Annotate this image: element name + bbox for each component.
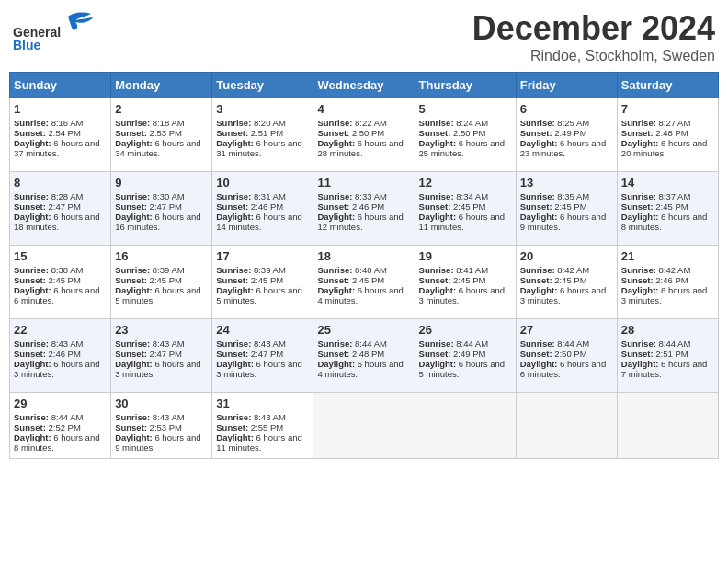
title-block: December 2024 Rindoe, Stockholm, Sweden	[472, 9, 715, 64]
weekday-header: Saturday	[617, 73, 718, 98]
calendar-week-row: 15Sunrise: 8:38 AMSunset: 2:45 PMDayligh…	[10, 246, 719, 319]
calendar-cell	[516, 393, 617, 459]
header-row: SundayMondayTuesdayWednesdayThursdayFrid…	[10, 73, 719, 98]
day-info-line: Daylight: 6 hours and 3 minutes.	[419, 285, 512, 305]
day-info-line: Sunset: 2:45 PM	[621, 201, 714, 212]
day-info-line: Daylight: 6 hours and 3 minutes.	[520, 285, 613, 305]
calendar-cell: 27Sunrise: 8:44 AMSunset: 2:50 PMDayligh…	[516, 319, 617, 393]
day-number: 4	[317, 102, 410, 116]
calendar-cell: 14Sunrise: 8:37 AMSunset: 2:45 PMDayligh…	[617, 172, 718, 246]
day-info-line: Sunset: 2:50 PM	[317, 128, 410, 138]
day-info-line: Sunrise: 8:34 AM	[419, 191, 512, 201]
day-number: 21	[621, 249, 714, 263]
day-info-line: Daylight: 6 hours and 34 minutes.	[115, 138, 208, 158]
day-info-line: Sunset: 2:50 PM	[520, 349, 613, 359]
day-info-line: Sunset: 2:49 PM	[520, 128, 613, 138]
calendar-week-row: 1Sunrise: 8:16 AMSunset: 2:54 PMDaylight…	[10, 98, 719, 172]
calendar-cell: 30Sunrise: 8:43 AMSunset: 2:53 PMDayligh…	[111, 393, 212, 459]
day-info-line: Sunrise: 8:33 AM	[317, 191, 410, 201]
day-number: 27	[520, 323, 613, 337]
day-info-line: Sunrise: 8:44 AM	[520, 339, 613, 349]
location: Rindoe, Stockholm, Sweden	[472, 48, 715, 64]
day-info-line: Sunset: 2:47 PM	[14, 201, 107, 212]
weekday-header: Monday	[111, 73, 212, 98]
calendar-cell	[617, 393, 718, 459]
day-number: 1	[14, 102, 107, 116]
day-info-line: Sunrise: 8:35 AM	[520, 191, 613, 201]
day-number: 13	[520, 176, 613, 190]
day-info-line: Sunrise: 8:24 AM	[419, 118, 512, 128]
weekday-header: Tuesday	[212, 73, 313, 98]
day-number: 20	[520, 249, 613, 263]
calendar-cell	[415, 393, 516, 459]
calendar-cell: 22Sunrise: 8:43 AMSunset: 2:46 PMDayligh…	[10, 319, 111, 393]
day-number: 23	[115, 323, 208, 337]
day-number: 8	[14, 176, 107, 190]
day-info-line: Daylight: 6 hours and 31 minutes.	[216, 138, 309, 158]
day-info-line: Sunset: 2:51 PM	[621, 349, 714, 359]
day-info-line: Sunrise: 8:41 AM	[419, 265, 512, 275]
calendar-cell: 9Sunrise: 8:30 AMSunset: 2:47 PMDaylight…	[111, 172, 212, 246]
calendar-cell: 13Sunrise: 8:35 AMSunset: 2:45 PMDayligh…	[516, 172, 617, 246]
day-info-line: Sunset: 2:45 PM	[115, 275, 208, 285]
day-info-line: Daylight: 6 hours and 20 minutes.	[621, 138, 714, 158]
calendar-cell: 6Sunrise: 8:25 AMSunset: 2:49 PMDaylight…	[516, 98, 617, 172]
day-info-line: Sunrise: 8:42 AM	[621, 265, 714, 275]
day-info-line: Daylight: 6 hours and 3 minutes.	[115, 359, 208, 379]
day-info-line: Daylight: 6 hours and 7 minutes.	[621, 359, 714, 379]
calendar-week-row: 29Sunrise: 8:44 AMSunset: 2:52 PMDayligh…	[10, 393, 719, 459]
calendar-cell: 1Sunrise: 8:16 AMSunset: 2:54 PMDaylight…	[10, 98, 111, 172]
calendar-cell: 10Sunrise: 8:31 AMSunset: 2:46 PMDayligh…	[212, 172, 313, 246]
day-number: 30	[115, 396, 208, 410]
day-number: 19	[419, 249, 512, 263]
calendar-cell: 21Sunrise: 8:42 AMSunset: 2:46 PMDayligh…	[617, 246, 718, 319]
day-info-line: Daylight: 6 hours and 9 minutes.	[115, 432, 208, 453]
calendar-cell: 24Sunrise: 8:43 AMSunset: 2:47 PMDayligh…	[212, 319, 313, 393]
day-info-line: Sunrise: 8:28 AM	[14, 191, 107, 201]
calendar-cell: 20Sunrise: 8:42 AMSunset: 2:45 PMDayligh…	[516, 246, 617, 319]
day-number: 28	[621, 323, 714, 337]
day-info-line: Daylight: 6 hours and 16 minutes.	[115, 212, 208, 232]
day-number: 3	[216, 102, 309, 116]
day-info-line: Sunset: 2:45 PM	[419, 201, 512, 212]
day-number: 22	[14, 323, 107, 337]
day-info-line: Sunrise: 8:44 AM	[621, 339, 714, 349]
day-info-line: Sunset: 2:45 PM	[14, 275, 107, 285]
day-number: 25	[317, 323, 410, 337]
day-info-line: Daylight: 6 hours and 12 minutes.	[317, 212, 410, 232]
calendar-cell	[313, 393, 415, 459]
svg-text:Blue: Blue	[13, 38, 41, 51]
day-number: 6	[520, 102, 613, 116]
day-info-line: Daylight: 6 hours and 3 minutes.	[621, 285, 714, 305]
day-info-line: Sunset: 2:46 PM	[216, 201, 309, 212]
calendar-cell: 17Sunrise: 8:39 AMSunset: 2:45 PMDayligh…	[212, 246, 313, 319]
day-info-line: Daylight: 6 hours and 3 minutes.	[216, 359, 309, 379]
day-info-line: Daylight: 6 hours and 14 minutes.	[216, 212, 309, 232]
weekday-header: Thursday	[415, 73, 516, 98]
day-number: 26	[419, 323, 512, 337]
day-info-line: Daylight: 6 hours and 37 minutes.	[14, 138, 107, 158]
calendar-week-row: 22Sunrise: 8:43 AMSunset: 2:46 PMDayligh…	[10, 319, 719, 393]
day-info-line: Daylight: 6 hours and 6 minutes.	[14, 285, 107, 305]
day-info-line: Sunset: 2:48 PM	[621, 128, 714, 138]
day-info-line: Sunset: 2:52 PM	[14, 422, 107, 432]
day-info-line: Sunset: 2:46 PM	[317, 201, 410, 212]
day-info-line: Sunset: 2:53 PM	[115, 422, 208, 432]
calendar-cell: 26Sunrise: 8:44 AMSunset: 2:49 PMDayligh…	[415, 319, 516, 393]
day-number: 12	[419, 176, 512, 190]
day-info-line: Sunrise: 8:43 AM	[216, 339, 309, 349]
day-info-line: Sunrise: 8:43 AM	[14, 339, 107, 349]
day-info-line: Sunrise: 8:43 AM	[115, 412, 208, 422]
calendar-cell: 18Sunrise: 8:40 AMSunset: 2:45 PMDayligh…	[313, 246, 415, 319]
day-info-line: Sunrise: 8:42 AM	[520, 265, 613, 275]
day-info-line: Sunrise: 8:38 AM	[14, 265, 107, 275]
day-info-line: Daylight: 6 hours and 23 minutes.	[520, 138, 613, 158]
day-info-line: Sunset: 2:47 PM	[115, 201, 208, 212]
weekday-header: Sunday	[10, 73, 111, 98]
day-info-line: Sunset: 2:47 PM	[115, 349, 208, 359]
day-info-line: Daylight: 6 hours and 28 minutes.	[317, 138, 410, 158]
day-info-line: Sunset: 2:54 PM	[14, 128, 107, 138]
day-info-line: Daylight: 6 hours and 5 minutes.	[115, 285, 208, 305]
day-number: 11	[317, 176, 410, 190]
calendar-cell: 12Sunrise: 8:34 AMSunset: 2:45 PMDayligh…	[415, 172, 516, 246]
